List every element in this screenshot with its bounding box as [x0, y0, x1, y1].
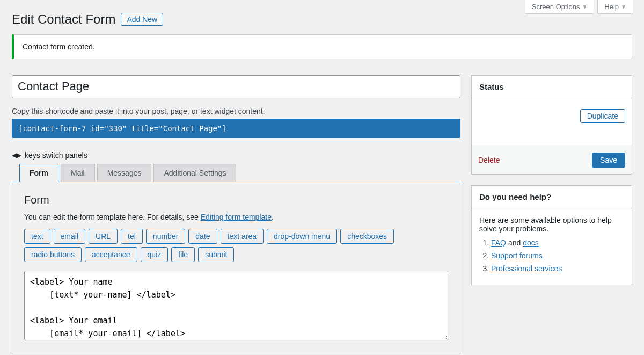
save-button[interactable]: Save — [592, 153, 625, 168]
tab-mail[interactable]: Mail — [61, 164, 95, 182]
tag-email[interactable]: email — [54, 229, 85, 244]
professional-services-link[interactable]: Professional services — [491, 264, 562, 273]
docs-link[interactable]: docs — [523, 238, 539, 247]
help-item-forums: Support forums — [491, 251, 624, 260]
help-box: Do you need help? Here are some availabl… — [471, 185, 632, 285]
form-title-input[interactable] — [12, 75, 460, 98]
tag-checkboxes[interactable]: checkboxes — [340, 229, 394, 244]
tag-date[interactable]: date — [188, 229, 217, 244]
tag-url[interactable]: URL — [89, 229, 118, 244]
form-template-textarea[interactable] — [24, 271, 448, 340]
chevron-down-icon: ▼ — [582, 4, 587, 10]
screen-options-label: Screen Options — [532, 3, 580, 11]
keys-hint: ◀▶ keys switch panels — [12, 151, 460, 160]
tag-radio[interactable]: radio buttons — [24, 247, 82, 262]
editing-template-link[interactable]: Editing form template — [201, 213, 272, 221]
panel-description: You can edit the form template here. For… — [24, 213, 448, 221]
help-button[interactable]: Help ▼ — [597, 0, 633, 14]
shortcode-box[interactable]: [contact-form-7 id="330" title="Contact … — [12, 119, 460, 138]
help-box-title: Do you need help? — [472, 186, 632, 208]
form-panel: Form You can edit the form template here… — [12, 182, 460, 354]
delete-link[interactable]: Delete — [478, 156, 500, 164]
tag-tel[interactable]: tel — [121, 229, 143, 244]
notice-success: Contact form created. — [12, 34, 632, 59]
left-right-arrows-icon: ◀▶ — [12, 151, 21, 159]
tab-messages[interactable]: Messages — [97, 164, 152, 182]
status-title: Status — [472, 76, 632, 98]
tag-submit[interactable]: submit — [198, 247, 234, 262]
help-label: Help — [604, 3, 619, 11]
status-box: Status Duplicate Delete Save — [471, 75, 632, 175]
tag-number[interactable]: number — [146, 229, 185, 244]
help-intro: Here are some available options to help … — [479, 216, 624, 233]
tag-textarea[interactable]: text area — [221, 229, 264, 244]
faq-link[interactable]: FAQ — [491, 238, 506, 247]
keys-hint-text: keys switch panels — [25, 151, 87, 160]
tag-file[interactable]: file — [171, 247, 195, 262]
tag-quiz[interactable]: quiz — [141, 247, 169, 262]
tag-acceptance[interactable]: acceptance — [85, 247, 137, 262]
page-title: Edit Contact Form — [12, 12, 115, 27]
support-forums-link[interactable]: Support forums — [491, 251, 543, 260]
tab-additional-settings[interactable]: Additional Settings — [153, 164, 236, 182]
panel-heading: Form — [24, 194, 448, 206]
tab-form[interactable]: Form — [19, 164, 58, 182]
duplicate-button[interactable]: Duplicate — [580, 109, 625, 123]
tag-dropdown[interactable]: drop-down menu — [267, 229, 337, 244]
notice-text: Contact form created. — [23, 42, 95, 51]
tag-generator-buttons: text email URL tel number date text area… — [24, 229, 448, 262]
add-new-button[interactable]: Add New — [121, 13, 163, 26]
help-item-pro: Professional services — [491, 264, 624, 273]
panel-tabs: Form Mail Messages Additional Settings — [19, 164, 460, 182]
chevron-down-icon: ▼ — [621, 4, 626, 10]
shortcode-label: Copy this shortcode and paste it into yo… — [12, 107, 460, 115]
tag-text[interactable]: text — [24, 229, 50, 244]
screen-options-button[interactable]: Screen Options ▼ — [525, 0, 595, 14]
help-item-faq: FAQ and docs — [491, 238, 624, 247]
